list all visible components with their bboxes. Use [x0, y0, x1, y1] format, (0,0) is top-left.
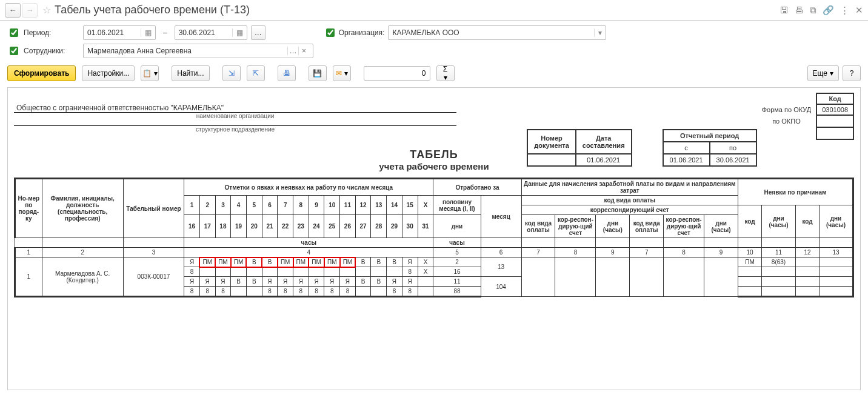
ellipsis-icon[interactable]: …	[287, 47, 298, 55]
okud-value: 0301008	[816, 104, 853, 115]
new-window-icon[interactable]: ⧉	[810, 5, 816, 16]
page-title: Табель учета рабочего времени (Т-13)	[55, 4, 780, 16]
collapse-button[interactable]: ⇱	[247, 65, 265, 81]
period-label: Отчетный период	[663, 130, 756, 142]
save-button[interactable]: 💾	[309, 65, 327, 81]
period-choose-button[interactable]: …	[251, 25, 265, 40]
period-check[interactable]	[10, 28, 18, 37]
clear-icon[interactable]: ×	[298, 47, 309, 55]
org-label: Организация:	[339, 28, 385, 37]
org-name: Общество с ограниченной ответственностью…	[14, 93, 456, 113]
email-button[interactable]: ✉▾	[333, 65, 351, 81]
find-button[interactable]: Найти...	[172, 65, 209, 81]
okud-label: Форма по ОКУД	[757, 104, 817, 115]
more-button[interactable]: Еще ▾	[807, 65, 839, 81]
kebab-icon[interactable]: ⋮	[840, 5, 849, 16]
table-row: 1 Мармеладова А. С. (Кондитер.) 003К-000…	[15, 258, 853, 267]
org-check[interactable]	[326, 28, 335, 37]
sum-button[interactable]: Σ ▾	[436, 65, 455, 81]
help-button[interactable]: ?	[843, 65, 861, 81]
expand-button[interactable]: ⇲	[222, 65, 241, 81]
settings-button[interactable]: Настройки...	[82, 65, 135, 81]
employees-input[interactable]: Мармеладова Анна Сергеевна … ×	[83, 44, 313, 58]
chevron-down-icon[interactable]: ▾	[594, 28, 602, 37]
code-label: Код	[816, 93, 853, 104]
period-label: Период:	[24, 28, 79, 37]
generate-button[interactable]: Сформировать	[7, 65, 76, 81]
nav-back-button[interactable]: ←	[5, 3, 21, 18]
quickprint-button[interactable]: 🖶	[278, 65, 296, 81]
nav-fwd-button[interactable]: →	[22, 3, 38, 18]
employees-check[interactable]	[10, 47, 18, 55]
period-to: 30.06.2021	[710, 154, 756, 166]
report-viewport[interactable]: Код Форма по ОКУД0301008 по ОКПО Обществ…	[7, 87, 861, 390]
org-caption: наименование организации	[14, 113, 456, 119]
okpo-label: по ОКПО	[757, 115, 817, 127]
number-input[interactable]	[364, 66, 430, 81]
date-to-input[interactable]: 30.06.2021 ▦	[175, 25, 247, 40]
employees-label: Сотрудники:	[24, 47, 79, 55]
close-icon[interactable]: ✕	[855, 5, 863, 16]
period-from: 01.06.2021	[663, 154, 710, 166]
link-icon[interactable]: 🔗	[823, 5, 834, 16]
save-report-icon[interactable]: 🖫	[780, 5, 789, 15]
date-from-input[interactable]: 01.06.2021 ▦	[83, 25, 156, 40]
star-icon[interactable]: ☆	[42, 4, 51, 16]
doc-date: 01.06.2021	[576, 154, 632, 166]
print-icon[interactable]: 🖶	[795, 5, 804, 15]
org-input[interactable]: КАРАМЕЛЬКА ООО ▾	[388, 25, 606, 40]
paste-button[interactable]: 📋▾	[141, 65, 159, 81]
timesheet-table: Но-мер по поряд-ку Фамилия, инициалы, до…	[14, 178, 854, 297]
calendar-icon[interactable]: ▦	[232, 28, 243, 37]
calendar-icon[interactable]: ▦	[141, 28, 152, 37]
